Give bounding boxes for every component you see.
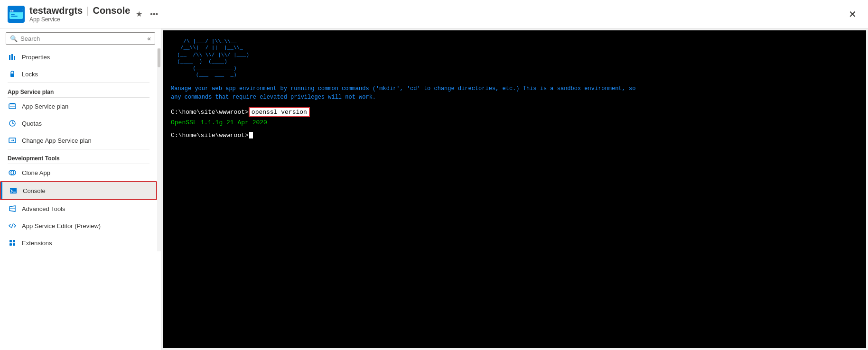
sidebar-item-clone-app[interactable]: Clone App — [0, 164, 157, 181]
console-prompt-line-1: C:\home\site\wwwroot> openssl version — [171, 107, 859, 117]
search-icon: 🔍 — [10, 35, 18, 42]
svg-point-4 — [12, 10, 14, 11]
collapse-button[interactable]: « — [147, 35, 151, 42]
scrollbar-thumb[interactable] — [158, 48, 160, 67]
console-info-line2: any commands that require elevated privi… — [171, 94, 376, 101]
more-options-button[interactable]: ••• — [148, 9, 160, 19]
search-input[interactable] — [20, 35, 145, 42]
advanced-icon — [8, 204, 17, 213]
svg-rect-7 — [14, 19, 18, 21]
sidebar-item-change-app-service-plan[interactable]: Change App Service plan — [0, 132, 157, 149]
console-command: openssl version — [249, 107, 310, 117]
svg-rect-12 — [10, 74, 14, 77]
console-info-line1: Manage your web app environment by runni… — [171, 85, 635, 92]
app-service-plan-label: App Service plan — [22, 103, 149, 110]
search-box[interactable]: 🔍 « — [6, 32, 155, 45]
console-label: Console — [23, 187, 149, 194]
svg-rect-27 — [13, 243, 15, 246]
app-service-editor-label: App Service Editor (Preview) — [22, 222, 149, 230]
sidebar-scrollbar[interactable] — [157, 48, 161, 251]
section-label-development-tools: Development Tools — [0, 149, 157, 164]
header-actions: ★ ••• — [134, 9, 160, 19]
change-app-service-plan-label: Change App Service plan — [22, 137, 149, 144]
console-content: /\ |___/||\\_\\__ /__\\| / || |__\\_ (__… — [163, 30, 866, 348]
app-service-icon — [8, 6, 25, 23]
svg-rect-8 — [13, 21, 19, 22]
extensions-icon — [8, 238, 17, 248]
ascii-art: /\ |___/||\\_\\__ /__\\| / || |__\\_ (__… — [171, 38, 859, 79]
properties-label: Properties — [22, 54, 149, 61]
svg-rect-5 — [11, 14, 15, 15]
plan-icon — [8, 101, 17, 111]
clone-icon — [8, 168, 17, 177]
favorite-button[interactable]: ★ — [134, 9, 144, 19]
sidebar-item-app-service-plan[interactable]: App Service plan — [0, 98, 157, 115]
svg-rect-25 — [13, 240, 15, 242]
extensions-label: Extensions — [22, 239, 149, 247]
console-icon — [9, 186, 18, 195]
svg-rect-6 — [11, 16, 18, 17]
sidebar-inner: Properties Locks App Service plan — [0, 48, 161, 251]
sidebar-item-properties[interactable]: Properties — [0, 48, 157, 65]
header-title: testawdrgts | Console — [29, 5, 130, 16]
console-output: OpenSSL 1.1.1g 21 Apr 2020 — [171, 119, 859, 126]
quotas-label: Quotas — [22, 120, 149, 127]
close-button[interactable]: ✕ — [845, 7, 860, 22]
sidebar: 🔍 « Properties — [0, 28, 161, 350]
sidebar-item-console[interactable]: Console — [0, 181, 157, 200]
sidebar-item-app-service-editor[interactable]: App Service Editor (Preview) — [0, 217, 157, 234]
console-prompt-cursor: C:\home\site\wwwroot> — [171, 132, 859, 139]
sidebar-item-quotas[interactable]: Quotas — [0, 115, 157, 132]
svg-rect-10 — [11, 54, 13, 60]
section-label-app-service-plan: App Service plan — [0, 83, 157, 97]
app-name: testawdrgts — [29, 5, 83, 16]
console-path-1: C:\home\site\wwwroot> — [171, 109, 249, 116]
header-subtitle: App Service — [29, 16, 130, 23]
lock-icon — [8, 69, 17, 79]
bar-chart-icon — [8, 52, 17, 62]
page-title: Console — [93, 5, 130, 16]
sidebar-search-area: 🔍 « — [0, 28, 161, 48]
svg-rect-26 — [9, 243, 12, 246]
main-layout: 🔍 « Properties — [0, 28, 868, 350]
locks-label: Locks — [22, 71, 149, 78]
console-path-2: C:\home\site\wwwroot> — [171, 132, 249, 139]
console-area[interactable]: /\ |___/||\\_\\__ /__\\| / || |__\\_ (__… — [163, 30, 866, 348]
sidebar-item-extensions[interactable]: Extensions — [0, 234, 157, 251]
quotas-icon — [8, 119, 17, 128]
svg-rect-9 — [9, 55, 10, 60]
editor-icon — [8, 221, 17, 230]
svg-line-23 — [11, 223, 13, 228]
header-title-block: testawdrgts | Console App Service — [29, 5, 130, 23]
svg-rect-24 — [9, 240, 12, 242]
svg-rect-11 — [14, 56, 15, 60]
header: testawdrgts | Console App Service ★ ••• … — [0, 0, 868, 28]
title-separator: | — [86, 5, 89, 16]
console-info: Manage your web app environment by runni… — [171, 84, 859, 101]
clone-app-label: Clone App — [22, 169, 149, 176]
advanced-tools-label: Advanced Tools — [22, 205, 149, 212]
svg-rect-14 — [10, 103, 15, 104]
sidebar-list: Properties Locks App Service plan — [0, 48, 157, 251]
cursor — [249, 132, 253, 138]
svg-point-3 — [10, 10, 12, 11]
sidebar-item-advanced-tools[interactable]: Advanced Tools — [0, 200, 157, 217]
change-icon — [8, 136, 17, 145]
sidebar-item-locks[interactable]: Locks — [0, 65, 157, 83]
